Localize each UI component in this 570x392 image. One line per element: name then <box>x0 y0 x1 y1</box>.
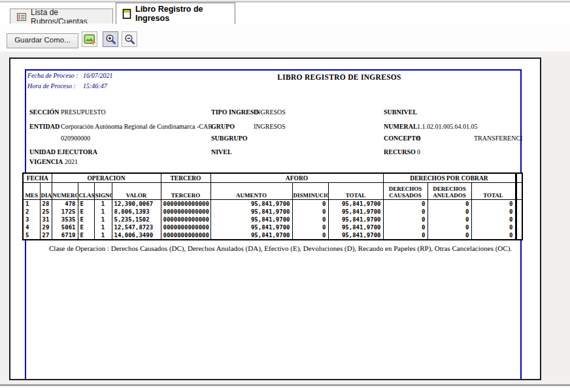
table-cell: E <box>78 216 94 223</box>
column-header: TOTAL <box>328 183 383 200</box>
table-cell: 27 <box>40 231 52 240</box>
recurso-value: 0 <box>417 148 420 155</box>
tab-lista-rubros[interactable]: Lista de Rubros/Cuentas <box>10 8 113 24</box>
save-as-button[interactable]: Guardar Como... <box>7 33 78 48</box>
table-cell: E <box>78 200 94 208</box>
table-cell <box>516 208 522 216</box>
blue-frame-top <box>25 69 522 71</box>
table-cell: 3 <box>23 216 40 223</box>
tipo-ingreso-value: INGRESOS <box>254 108 286 116</box>
table-cell <box>516 216 522 223</box>
table-cell: 0 <box>292 216 328 223</box>
entidad-label: ENTIDAD <box>29 123 59 130</box>
table-cell: 14,006,3490 <box>112 231 161 240</box>
numeral-value: 1.1.02.01.005.64.01.05 <box>417 123 478 130</box>
table-cell: 95,841,9700 <box>210 231 292 240</box>
table-cell: 29 <box>40 223 52 231</box>
table-cell: 0 <box>428 208 471 216</box>
column-header: TOTAL <box>471 183 516 200</box>
table-cell: E <box>78 208 94 216</box>
table-cell: 1725 <box>52 208 78 216</box>
table-cell: 12,547,8723 <box>112 223 161 231</box>
table-row: 2251725E18,806,1393000000000000095,841,9… <box>23 208 522 216</box>
report-content-area: Fecha de Proceso : 16/07/2021 Hora de Pr… <box>10 59 523 379</box>
table-cell: 478 <box>52 200 78 208</box>
column-group-header <box>516 173 522 183</box>
table-cell: 0 <box>383 223 428 231</box>
column-group-header: AFORO <box>210 173 383 183</box>
column-group-header: TERCERO <box>161 173 210 183</box>
recurso-label: RECURSO <box>384 148 416 155</box>
table-cell: 1 <box>94 223 112 231</box>
table-cell: 12,390,0067 <box>112 200 161 208</box>
list-icon <box>16 12 27 22</box>
column-header: AUMENTO <box>210 183 292 200</box>
zoom-out-icon <box>124 33 136 46</box>
table-cell: 95,841,9700 <box>328 216 383 223</box>
column-header: VALOR <box>112 183 161 200</box>
table-cell: 0 <box>471 216 516 223</box>
table-cell: 3535 <box>52 216 78 223</box>
vigencia-label: VIGENCIA <box>29 158 63 165</box>
zoom-in-button[interactable] <box>103 31 118 47</box>
subnivel-label: SUBNIVEL <box>384 108 417 116</box>
concepto-desc: TRANSFERENCIAS <box>474 135 523 142</box>
table-cell: 95,841,9700 <box>328 208 383 216</box>
zoom-in-icon <box>105 33 117 46</box>
table-row: 4295061E112,547,8723000000000000095,841,… <box>23 223 522 231</box>
column-header: DISMINUCION <box>292 183 328 200</box>
table-cell: 0 <box>471 208 516 216</box>
table-cell: 95,841,9700 <box>210 216 292 223</box>
table-row: 5276719E114,006,3490000000000000095,841,… <box>23 231 522 240</box>
table-cell: 0000000000000 <box>161 208 210 216</box>
column-header: DERECHOS ANULADOS <box>428 183 471 200</box>
table-cell: 5 <box>23 231 40 240</box>
column-header: MES <box>23 183 40 200</box>
export-image-button[interactable] <box>82 31 97 47</box>
column-header: SIGNO <box>94 183 112 200</box>
concepto-label: CONCEPTO <box>384 135 421 142</box>
column-header: DIA <box>40 183 52 200</box>
table-cell: 0 <box>471 231 516 240</box>
table-cell: 6719 <box>52 231 78 240</box>
table-cell: 0 <box>471 223 516 231</box>
table-cell: 5061 <box>52 223 78 231</box>
tab-libro-label: Libro Registro de Ingresos <box>135 5 229 23</box>
column-group-header: OPERACION <box>52 173 161 183</box>
zoom-out-button[interactable] <box>122 31 137 47</box>
column-header: TERCERO <box>161 183 210 200</box>
concepto-value: 6 <box>417 135 420 142</box>
table-cell: 0 <box>292 231 328 240</box>
report-viewer: Fecha de Proceso : 16/07/2021 Hora de Pr… <box>0 52 570 386</box>
table-cell: 0 <box>383 200 428 208</box>
table-cell: 31 <box>40 216 52 223</box>
table-cell: 95,841,9700 <box>210 208 292 216</box>
table-cell: 0 <box>428 231 471 240</box>
table-cell: 95,841,9700 <box>328 231 383 240</box>
table-cell: 0 <box>428 216 471 223</box>
table-cell: 0000000000000 <box>161 200 210 208</box>
grupo-value: INGRESOS <box>254 123 286 130</box>
table-cell: 4 <box>23 223 40 231</box>
table-cell <box>516 200 522 208</box>
table-cell <box>516 231 522 240</box>
table-cell: 2 <box>23 208 40 216</box>
table-cell: 0 <box>383 231 428 240</box>
table-cell <box>516 223 522 231</box>
table-row: 3313535E15,235,1502000000000000095,841,9… <box>23 216 522 223</box>
column-group-header: DERECHOS POR COBRAR <box>383 173 516 183</box>
table-cell: 5,235,1502 <box>112 216 161 223</box>
table-cell: 1 <box>94 216 112 223</box>
toolbar: Guardar Como... <box>0 24 570 52</box>
table-cell: 95,841,9700 <box>328 200 383 208</box>
tab-libro-registro[interactable]: Libro Registro de Ingresos <box>116 3 235 24</box>
table-cell: 0 <box>383 208 428 216</box>
seccion-label: SECCIÓN <box>29 108 59 116</box>
unidad-ejecutora-label: UNIDAD EJECUTORA <box>29 148 97 155</box>
table-cell: 0 <box>383 216 428 223</box>
table-cell: 95,841,9700 <box>210 223 292 231</box>
nivel-label: NIVEL <box>211 148 232 155</box>
table-cell: 0 <box>292 208 328 216</box>
column-group-header: FECHA <box>23 173 52 183</box>
column-header: CLASE <box>78 183 94 200</box>
